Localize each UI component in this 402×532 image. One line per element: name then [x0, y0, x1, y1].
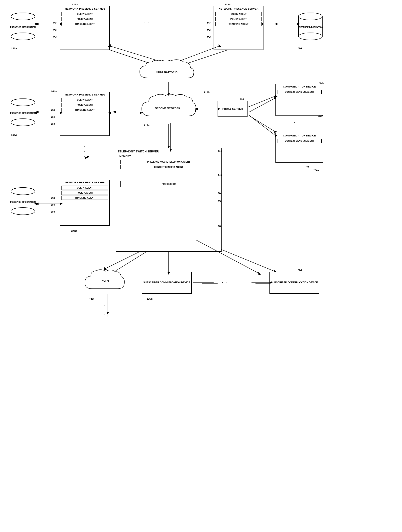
proxy-server-box: PROXY SERVER [217, 101, 247, 117]
svg-marker-13 [113, 111, 116, 113]
svg-point-59 [11, 188, 35, 195]
svg-marker-26 [36, 111, 38, 113]
ref-158-bl: 158 [51, 203, 55, 206]
ref-120n: 120n [297, 269, 303, 272]
presence-aware-agent: PRESENCE AWARE TELEPHONY AGENT [120, 160, 217, 164]
second-network-cloud: SECOND NETWORK [139, 92, 197, 122]
extra-connections-svg [0, 0, 402, 532]
pstn-down-dots: ... [104, 302, 105, 316]
ref-150-2: 150 [305, 166, 309, 169]
svg-line-20 [249, 116, 275, 132]
ref-154-tr: 154 [207, 36, 210, 39]
ref-140: 140 [217, 174, 222, 177]
second-network-label: SECOND NETWORK [139, 92, 197, 122]
ref-132a: 132a [72, 3, 78, 6]
connections-svg [0, 0, 402, 532]
dots-subscribers: . . . [217, 280, 229, 284]
svg-point-51 [298, 13, 322, 20]
pstn-label: PSTN [83, 268, 127, 294]
ref-116: 116 [89, 298, 94, 301]
presence-server-bot-left: NETWORK PRESENCE SERVER QUERY AGENT POLI… [60, 180, 110, 226]
ref-158-tl: 158 [52, 29, 56, 32]
ref-162-tl: 162 [52, 22, 56, 25]
query-agent-bl: QUERY AGENT [62, 186, 108, 190]
context-sensing-agent-1: CONTEXT SENSING AGENT [277, 90, 322, 94]
svg-line-18 [249, 98, 275, 112]
ref-162-tr: 162 [207, 22, 210, 25]
subscriber-comm-1: SUBSCRIBER COMMUNICATION DEVICE [142, 272, 192, 294]
first-network-cloud: FIRST NETWORK [136, 58, 198, 84]
presence-server-top-right: NETWORK PRESENCE SERVER QUERY AGENT POLI… [214, 6, 264, 50]
svg-marker-31 [36, 203, 38, 205]
query-agent-ml: QUERY AGENT [62, 98, 108, 102]
svg-marker-81 [258, 272, 261, 275]
policy-agent-tl: POLICY AGENT [62, 17, 108, 21]
ref-144: 144 [217, 192, 222, 195]
comm-device-1-box: COMMUNICATION DEVICE CONTEXT SENSING AGE… [275, 84, 323, 116]
svg-point-55 [11, 99, 35, 106]
first-network-label: FIRST NETWORK [136, 58, 198, 84]
presence-info-top-left-label: PRESENCE INFORMATION [10, 26, 36, 29]
ref-106a: 106a [11, 133, 17, 136]
presence-server-mid-left: NETWORK PRESENCE SERVER QUERY AGENT POLI… [60, 92, 110, 136]
dots-mid-vertical3: . [84, 154, 85, 158]
presence-server-top-right-title: NETWORK PRESENCE SERVER [214, 6, 263, 11]
dots-mid-vertical2: . [84, 149, 85, 153]
pstn-cloud: PSTN [83, 268, 127, 294]
presence-info-bot-left: PRESENCE INFORMATION [10, 187, 36, 219]
ref-158-ml: 158 [51, 115, 55, 118]
ref-108: 108 [217, 150, 222, 153]
ref-158-tr: 158 [207, 29, 210, 32]
ref-104a: 104a [51, 90, 57, 93]
presence-server-top-left: NETWORK PRESENCE SERVER QUERY AGENT POLI… [60, 6, 110, 50]
ref-136n: 136n [297, 47, 303, 50]
context-sensing-agent-2: CONTEXT SENSING AGENT [277, 139, 322, 143]
presence-info-top-left: PRESENCE INFORMATION [10, 12, 36, 44]
ref-136a: 136a [11, 47, 17, 50]
svg-point-50 [298, 33, 322, 40]
svg-marker-39 [107, 312, 109, 315]
ref-154-tl: 154 [52, 36, 56, 39]
svg-line-85 [248, 96, 276, 107]
svg-point-54 [11, 119, 35, 126]
tracking-agent-ml: TRACKING AGENT [62, 108, 108, 112]
diagram-container: PRESENCE INFORMATION 136a NETWORK PRESEN… [0, 0, 402, 532]
svg-marker-28 [87, 156, 89, 159]
comm-device-2-box: COMMUNICATION DEVICE CONTEXT SENSING AGE… [275, 133, 323, 163]
ref-112a: 112a [144, 124, 149, 127]
presence-server-mid-title: NETWORK PRESENCE SERVER [60, 92, 109, 97]
ref-150-ts: 150 [217, 200, 222, 203]
ref-150-1: 150 [318, 114, 323, 117]
dots-mid-vertical: . [84, 144, 85, 148]
subscriber-comm-2-title: SUBSCRIBER COMMUNICATION DEVICE [271, 280, 318, 285]
telephony-switch-title: TELEPHONY SWITCH/SERVER [118, 150, 220, 154]
policy-agent-bl: POLICY AGENT [62, 190, 108, 195]
presence-info-bot-left-label: PRESENCE INFORMATION [10, 201, 36, 203]
svg-point-58 [11, 208, 35, 215]
tracking-agent-tl: TRACKING AGENT [62, 22, 108, 26]
dots-comm: . . [293, 122, 298, 127]
ref-146: 146 [217, 225, 222, 228]
context-sensing-agent-ts: CONTEXT SENSING AGENT [120, 165, 217, 169]
comm-device-2-title: COMMUNICATION DEVICE [276, 133, 323, 138]
policy-agent-tr: POLICY AGENT [215, 17, 262, 21]
presence-server-bot-title: NETWORK PRESENCE SERVER [60, 180, 109, 185]
ref-154-ml: 154 [51, 122, 55, 125]
memory-label: MEMORY [118, 154, 220, 159]
ref-132n: 132n [225, 3, 230, 6]
ref-162-ml: 162 [51, 108, 55, 111]
tracking-agent-bl: TRACKING AGENT [62, 196, 108, 200]
svg-marker-5 [274, 23, 278, 25]
svg-line-87 [248, 115, 276, 136]
query-agent-tr: QUERY AGENT [215, 12, 262, 16]
presence-info-mid-left-label: PRESENCE INFORMATION [10, 112, 36, 114]
ref-124a: 124a [318, 82, 324, 85]
ref-120a: 120a [147, 297, 153, 300]
ref-112b: 112b [204, 91, 210, 94]
subscriber-comm-2: SUBSCRIBER COMMUNICATION DEVICE [269, 272, 319, 294]
query-agent-tl: QUERY AGENT [62, 12, 108, 16]
ref-104n: 104n [71, 229, 77, 232]
presence-info-mid-left: PRESENCE INFORMATION [10, 98, 36, 130]
ref-162-bl: 162 [51, 196, 55, 199]
processor-box: PROCESSOR [120, 181, 217, 187]
